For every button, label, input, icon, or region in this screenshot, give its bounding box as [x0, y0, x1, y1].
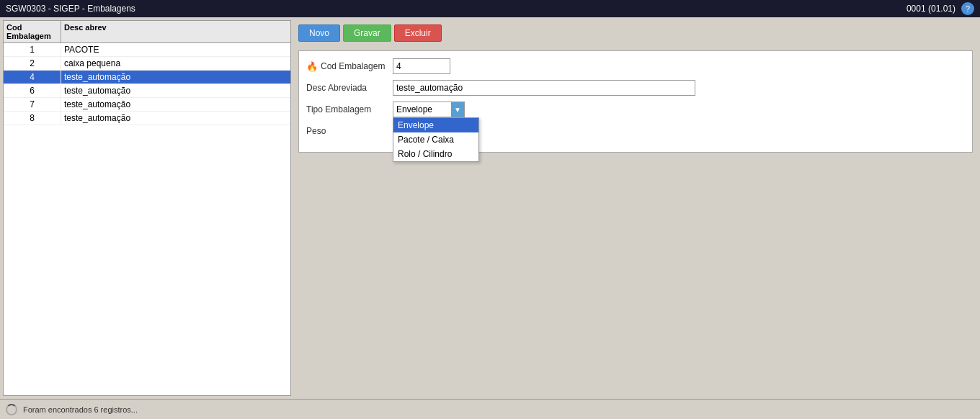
row-cod: 4 — [4, 71, 61, 84]
cod-label: 🔥 Cod Embalagem — [306, 61, 393, 72]
peso-label: Peso — [306, 126, 393, 136]
table-row[interactable]: 7 teste_automação — [4, 98, 290, 112]
cod-input[interactable] — [393, 58, 450, 74]
help-button[interactable]: ? — [961, 2, 974, 15]
dropdown-item-rolo[interactable]: Rolo / Cilindro — [393, 147, 478, 161]
table-header: Cod Embalagem Desc abrev — [4, 21, 290, 43]
novo-button[interactable]: Novo — [298, 24, 340, 42]
left-panel: Cod Embalagem Desc abrev 1 PACOTE 2 caix… — [3, 20, 291, 396]
app-title: SGW0303 - SIGEP - Embalagens — [6, 4, 135, 14]
table-row[interactable]: 4 teste_automação — [4, 71, 290, 84]
desc-row: Desc Abreviada — [306, 80, 965, 96]
tipo-label: Tipo Embalagem — [306, 104, 393, 114]
row-cod: 8 — [4, 112, 61, 125]
tipo-select-display[interactable]: Envelope ▼ — [393, 102, 465, 117]
row-desc: caixa pequena — [61, 57, 290, 70]
col-cod-header: Cod Embalagem — [4, 21, 61, 42]
desc-label: Desc Abreviada — [306, 83, 393, 93]
row-cod: 6 — [4, 84, 61, 97]
cod-row: 🔥 Cod Embalagem — [306, 58, 965, 74]
status-spinner — [6, 404, 17, 415]
session-info: 0001 (01.01) — [906, 4, 956, 14]
select-value: Envelope — [396, 104, 432, 114]
desc-input[interactable] — [393, 80, 695, 96]
row-cod: 1 — [4, 43, 61, 56]
row-desc: teste_automação — [61, 98, 290, 111]
tipo-select-container: Envelope ▼ Envelope Pacote / Caixa Rolo … — [393, 102, 465, 117]
flame-icon: 🔥 — [306, 61, 318, 72]
row-desc: teste_automação — [61, 71, 290, 84]
table-row[interactable]: 2 caixa pequena — [4, 57, 290, 71]
toolbar: Novo Gravar Excluir — [298, 24, 973, 42]
right-panel: Novo Gravar Excluir 🔥 Cod Embalagem Desc… — [294, 20, 977, 396]
row-desc: teste_automação — [61, 84, 290, 97]
status-bar: Foram encontrados 6 registros... — [0, 399, 980, 419]
table-row[interactable]: 6 teste_automação — [4, 84, 290, 98]
tipo-dropdown: Envelope Pacote / Caixa Rolo / Cilindro — [393, 117, 479, 162]
excluir-button[interactable]: Excluir — [394, 24, 442, 42]
col-desc-header: Desc abrev — [61, 21, 290, 42]
row-desc: PACOTE — [61, 43, 290, 56]
table-row[interactable]: 8 teste_automação — [4, 112, 290, 125]
title-bar: SGW0303 - SIGEP - Embalagens 0001 (01.01… — [0, 0, 980, 17]
row-desc: teste_automação — [61, 112, 290, 125]
form-area: 🔥 Cod Embalagem Desc Abreviada Tipo Emba… — [298, 50, 973, 153]
dropdown-item-envelope[interactable]: Envelope — [393, 118, 478, 132]
table-row[interactable]: 1 PACOTE — [4, 43, 290, 57]
gravar-button[interactable]: Gravar — [343, 24, 391, 42]
dropdown-arrow-icon: ▼ — [451, 102, 464, 117]
tipo-row: Tipo Embalagem Envelope ▼ Envelope Pacot… — [306, 102, 965, 117]
row-cod: 7 — [4, 98, 61, 111]
status-text: Foram encontrados 6 registros... — [23, 405, 138, 414]
row-cod: 2 — [4, 57, 61, 70]
dropdown-item-pacote[interactable]: Pacote / Caixa — [393, 132, 478, 147]
table-body: 1 PACOTE 2 caixa pequena 4 teste_automaç… — [4, 43, 290, 395]
main-area: Cod Embalagem Desc abrev 1 PACOTE 2 caix… — [0, 17, 980, 399]
